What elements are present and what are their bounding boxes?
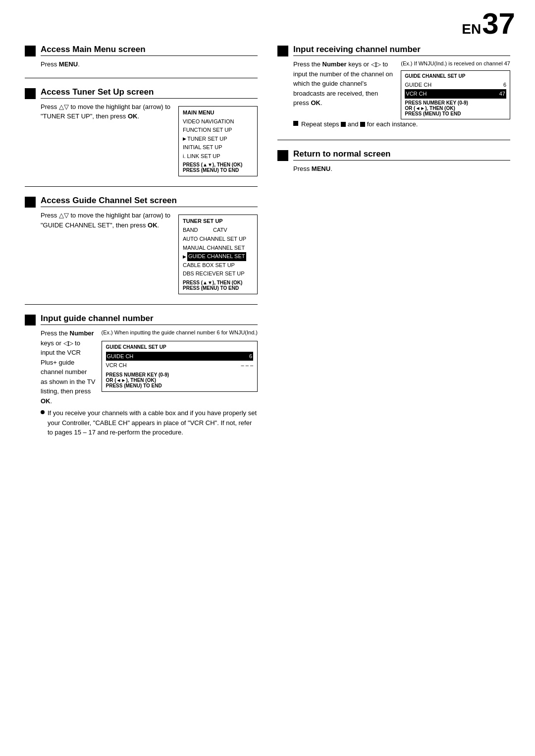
rg-label-vcr: VCR CH	[406, 89, 427, 99]
left-column: Access Main Menu screen Press MENU. Acce…	[25, 45, 258, 457]
section-header-guide-channel: Access Guide Channel Set screen	[25, 196, 258, 208]
black-square-icon	[25, 88, 36, 99]
menu-item-auto-ch: AUTO CHANNEL SET UP	[183, 235, 253, 244]
menu-item-manual-ch: MANUAL CHANNEL SET	[183, 244, 253, 253]
section-title-guide-channel: Access Guide Channel Set screen	[41, 196, 258, 207]
rg-row-vcr-ch: VCR CH 47	[405, 89, 506, 99]
menu-item-cable-box: CABLE BOX SET UP	[183, 261, 253, 270]
receiving-guide-box: GUIDE CHANNEL SET UP GUIDE CH 6 VCR CH 4…	[401, 70, 510, 119]
guide-channel-text: Press △▽ to move the highlight bar (arro…	[41, 211, 172, 230]
receiving-text-part: Press the Number keys or ◁▷ to input the…	[293, 59, 395, 110]
menu-item-video-nav: VIDEO NAVIGATION	[183, 117, 253, 126]
rg-row-guide-ch: GUIDE CH 6	[405, 80, 506, 90]
black-square-icon	[25, 315, 36, 325]
section-title-tuner-setup: Access Tuner Set Up screen	[41, 87, 258, 99]
receiving-press-info: PRESS NUMBER KEY (0-9)OR (◄►), THEN (OK)…	[405, 100, 506, 116]
guide-channel-menu-box: TUNER SET UP BAND CATV AUTO CHANNEL SET …	[178, 215, 258, 294]
menu-item-band: BAND CATV	[183, 226, 253, 235]
gc-value-guide: 6	[249, 352, 252, 361]
section-title-input-guide: Input guide channel number	[41, 314, 258, 325]
gc-value-vcr: – – –	[241, 361, 253, 370]
black-square-icon	[277, 150, 288, 161]
section-header-tuner-setup: Access Tuner Set Up screen	[25, 87, 258, 99]
input-guide-gc-box: GUIDE CHANNEL SET UP GUIDE CH 6 VCR CH –…	[102, 341, 258, 392]
section-body-main-menu: Press MENU.	[25, 59, 258, 69]
guide-channel-press-info: PRESS (▲▼), THEN (OK)PRESS (MENU) TO END	[183, 280, 253, 291]
input-guide-box-part: (Ex.) When inputting the guide channel n…	[102, 328, 258, 396]
black-square-icon	[25, 197, 36, 208]
section-title-input-receiving: Input receiving channel number	[293, 45, 510, 56]
menu-item-ilink: i. LINK SET UP	[183, 152, 253, 161]
guide-inner-cols: Press △▽ to move the highlight bar (arro…	[41, 211, 258, 298]
rg-value-vcr: 47	[499, 89, 505, 99]
page-number: 37	[482, 9, 515, 39]
guide-box-part: TUNER SET UP BAND CATV AUTO CHANNEL SET …	[178, 211, 258, 298]
bullet-cable-text: If you receive your channels with a cabl…	[48, 408, 258, 437]
menu-item-dbs: DBS RECIEVER SET UP	[183, 270, 253, 278]
menu-item-initial-set: INITIAL SET UP	[183, 143, 253, 152]
tuner-menu-title: MAIN MENU	[183, 109, 253, 115]
guide-text-part: Press △▽ to move the highlight bar (arro…	[41, 211, 172, 232]
return-normal-text: Press MENU.	[293, 164, 510, 174]
bullet-cable-box: If you receive your channels with a cabl…	[41, 408, 258, 440]
section-header-input-receiving: Input receiving channel number	[277, 45, 510, 56]
input-guide-inner-cols: Press the Number keys or ◁▷ to input the…	[41, 328, 258, 408]
rg-label-guide: GUIDE CH	[405, 80, 431, 90]
section-body-input-receiving: Press the Number keys or ◁▷ to input the…	[277, 59, 510, 131]
main-content: Access Main Menu screen Press MENU. Acce…	[25, 45, 510, 457]
tuner-menu-box: MAIN MENU VIDEO NAVIGATION FUNCTION SET …	[178, 106, 258, 177]
input-guide-press-info: PRESS NUMBER KEY (0-9)OR (◄►), THEN (OK)…	[106, 372, 253, 388]
section-input-guide-channel: Input guide channel number Press the Num…	[25, 314, 258, 448]
gc-title: GUIDE CHANNEL SET UP	[106, 344, 253, 350]
tuner-text-part: Press △▽ to move the highlight bar (arro…	[41, 102, 172, 124]
black-square-icon	[277, 46, 288, 56]
section-body-return-normal: Press MENU.	[277, 164, 510, 174]
tuner-inner-cols: Press △▽ to move the highlight bar (arro…	[41, 102, 258, 181]
menu-item-guide-ch-set: GUIDE CHANNEL SET	[183, 252, 253, 261]
section-tuner-setup: Access Tuner Set Up screen Press △▽ to m…	[25, 87, 258, 187]
gc-label-vcr: VCR CH	[106, 361, 127, 370]
rg-value-guide: 6	[503, 80, 506, 90]
page-header: EN 37	[462, 9, 515, 39]
repeat-steps-text: Repeat steps and for each instance.	[301, 119, 418, 129]
black-square-icon	[25, 46, 36, 56]
section-return-normal: Return to normal screen Press MENU.	[277, 149, 510, 182]
section-body-tuner-setup: Press △▽ to move the highlight bar (arro…	[25, 102, 258, 181]
main-menu-text: Press MENU.	[41, 59, 258, 69]
bullet-square-icon	[293, 121, 298, 126]
section-title-main-menu: Access Main Menu screen	[41, 45, 258, 56]
gc-row-guide-ch: GUIDE CH 6	[106, 352, 253, 361]
bullet-dot-icon	[41, 410, 45, 414]
menu-item-tuner-set: TUNER SET UP	[183, 135, 253, 144]
tuner-text: Press △▽ to move the highlight bar (arro…	[41, 102, 172, 121]
section-header-main-menu: Access Main Menu screen	[25, 45, 258, 56]
right-column: Input receiving channel number Press the…	[277, 45, 510, 457]
section-header-input-guide: Input guide channel number	[25, 314, 258, 325]
section-access-main-menu: Access Main Menu screen Press MENU.	[25, 45, 258, 78]
guide-channel-menu-title: TUNER SET UP	[183, 218, 253, 224]
receiving-ex-label: (Ex.) If WNJU(Ind.) is received on chann…	[401, 59, 510, 68]
section-header-return-normal: Return to normal screen	[277, 149, 510, 161]
receiving-text: Press the Number keys or ◁▷ to input the…	[293, 59, 395, 108]
receiving-inner-cols: Press the Number keys or ◁▷ to input the…	[293, 59, 510, 119]
section-body-input-guide: Press the Number keys or ◁▷ to input the…	[25, 328, 258, 440]
tuner-press-info: PRESS (▲▼), THEN (OK)PRESS (MENU) TO END	[183, 162, 253, 173]
rg-title: GUIDE CHANNEL SET UP	[405, 73, 506, 79]
menu-item-function-set: FUNCTION SET UP	[183, 126, 253, 135]
bullet-repeat-steps: Repeat steps and for each instance.	[293, 119, 510, 132]
section-title-return-normal: Return to normal screen	[293, 149, 510, 161]
section-guide-channel: Access Guide Channel Set screen Press △▽…	[25, 196, 258, 305]
en-label: EN	[462, 21, 481, 37]
gc-label-guide: GUIDE CH	[107, 352, 134, 361]
section-input-receiving: Input receiving channel number Press the…	[277, 45, 510, 140]
receiving-box-part: (Ex.) If WNJU(Ind.) is received on chann…	[401, 59, 510, 119]
input-guide-text-part: Press the Number keys or ◁▷ to input the…	[41, 328, 96, 408]
section-body-guide-channel: Press △▽ to move the highlight bar (arro…	[25, 211, 258, 298]
input-guide-ex-label: (Ex.) When inputting the guide channel n…	[102, 328, 258, 337]
input-guide-text: Press the Number keys or ◁▷ to input the…	[41, 328, 96, 406]
gc-row-vcr-ch: VCR CH – – –	[106, 361, 253, 370]
tuner-box-part: MAIN MENU VIDEO NAVIGATION FUNCTION SET …	[178, 102, 258, 181]
